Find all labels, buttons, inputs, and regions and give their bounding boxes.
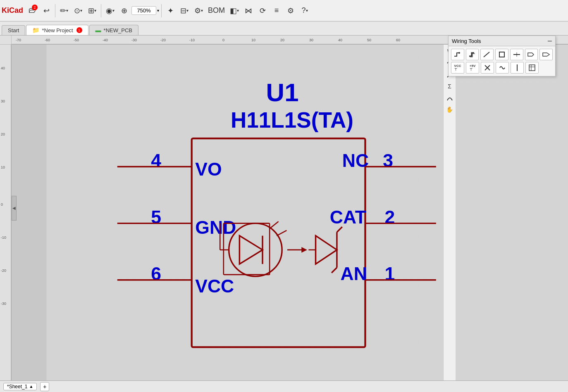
sidebar-collapse-handle[interactable]: ◀ — [12, 196, 17, 221]
star-button[interactable]: ✦ — [164, 3, 177, 18]
tab-start[interactable]: Start — [2, 25, 25, 35]
bus-btn[interactable] — [466, 49, 479, 60]
glob-label-btn[interactable] — [539, 49, 553, 60]
vcc-btn[interactable]: VCC⊤ — [451, 62, 464, 74]
tools-icon: ⚙ — [194, 6, 201, 15]
tab-new-project-label: *New Project — [42, 27, 73, 33]
view-button[interactable]: ◉ ▾ — [103, 3, 117, 18]
draw-sigma-btn[interactable]: Σ — [444, 81, 455, 92]
star-icon: ✦ — [167, 6, 174, 15]
collapse-arrow: ◀ — [12, 206, 16, 210]
pin-1-name: AN — [341, 264, 367, 284]
share-button[interactable]: ⋈ — [242, 3, 255, 18]
sheet-btn[interactable] — [525, 62, 539, 74]
export-dropdown-arrow: ▾ — [237, 8, 239, 13]
net-label-btn[interactable] — [525, 49, 538, 60]
svg-text:-30: -30 — [131, 38, 137, 42]
wiring-tools-header: Wiring Tools ─ — [449, 36, 555, 46]
svg-rect-26 — [46, 45, 568, 380]
help-dropdown-arrow: ▾ — [306, 8, 308, 13]
zoom-dropdown[interactable]: ▾ — [157, 8, 159, 13]
separator-3 — [161, 4, 162, 17]
add-sheet-icon: + — [43, 383, 46, 390]
grid-icon: ⊟ — [180, 6, 186, 15]
sheet-dropdown-icon: ▲ — [29, 384, 33, 389]
history-icon: ⟳ — [260, 6, 266, 15]
line-btn[interactable] — [480, 49, 494, 60]
pin-6-name: VCC — [195, 276, 234, 296]
wiring-tools-title: Wiring Tools — [452, 38, 481, 44]
vcc5-label: +5V⊤ — [470, 64, 475, 71]
wiring-tools-panel: Wiring Tools ─ — [448, 36, 556, 76]
ruler-corner — [0, 36, 12, 45]
file-button[interactable]: 🗁 2 — [26, 3, 39, 18]
svg-text:-60: -60 — [45, 38, 50, 42]
history-button[interactable]: ⟳ — [256, 3, 269, 18]
minimize-icon[interactable]: ─ — [548, 38, 552, 44]
zoom-in-button[interactable]: ⊕ — [117, 3, 131, 18]
svg-line-28 — [484, 52, 489, 57]
app-logo: KiCad — [2, 6, 23, 15]
no-connect-h-btn[interactable] — [510, 49, 523, 60]
vcc-label: VCC⊤ — [454, 64, 461, 71]
vcc5-btn[interactable]: +5V⊤ — [466, 62, 479, 74]
draw-hand-btn[interactable]: ✋ — [444, 104, 455, 115]
separator-2 — [101, 4, 101, 17]
svg-point-27 — [458, 52, 460, 54]
cross-btn[interactable] — [481, 62, 494, 74]
svg-text:40: 40 — [1, 66, 5, 70]
tab-badge: 1 — [76, 27, 82, 33]
sheet-tab[interactable]: *Sheet_1 ▲ — [3, 383, 37, 390]
draw-dropdown-arrow: ▾ — [66, 8, 68, 13]
grid-button[interactable]: ⊟ ▾ — [178, 3, 191, 18]
draw-button[interactable]: ✏ ▾ — [57, 3, 71, 18]
settings-button[interactable]: ⚙ — [284, 3, 297, 18]
svg-text:30: 30 — [309, 38, 313, 42]
tools-button[interactable]: ⚙ ▾ — [192, 3, 205, 18]
wiring-tools-row2: VCC⊤ +5V⊤ — [451, 62, 553, 74]
undo-button[interactable]: ↩ — [40, 3, 53, 18]
pin-3-name: NC — [342, 150, 369, 171]
layers-button[interactable]: ≡ — [270, 3, 283, 18]
align-button[interactable]: ⊞ ▾ — [86, 3, 99, 18]
sigma-icon: Σ — [448, 83, 451, 90]
spice-btn[interactable] — [496, 62, 509, 74]
bom-button[interactable]: BOM — [206, 3, 227, 18]
svg-text:0: 0 — [222, 38, 224, 42]
zoom-level-display[interactable]: 750% — [131, 6, 156, 15]
netflag-btn[interactable] — [511, 62, 524, 74]
pin-5-name: GND — [195, 217, 236, 238]
draw-arc-btn[interactable] — [444, 93, 455, 103]
export-button[interactable]: ◧ ▾ — [228, 3, 241, 18]
svg-text:-30: -30 — [1, 302, 6, 306]
place-button[interactable]: ⊙ ▾ — [72, 3, 85, 18]
tab-new-pcb-icon: ▬ — [95, 27, 101, 33]
ruler-vertical: 40 30 20 10 0 -10 -20 -30 — [0, 45, 12, 380]
bom-label: BOM — [208, 6, 225, 15]
pencil-icon: ✏ — [60, 6, 66, 15]
tab-new-pcb-label: *NEW_PCB — [104, 27, 132, 33]
svg-text:-20: -20 — [160, 38, 166, 42]
sheet-name: *Sheet_1 — [7, 384, 27, 390]
svg-text:-20: -20 — [1, 268, 6, 273]
svg-text:40: 40 — [338, 38, 342, 42]
align-icon: ⊞ — [88, 6, 94, 15]
svg-rect-39 — [529, 65, 535, 71]
junction-btn[interactable] — [495, 49, 508, 60]
svg-text:30: 30 — [1, 99, 5, 103]
settings-icon: ⚙ — [287, 6, 294, 15]
wire-btn[interactable] — [451, 49, 464, 60]
zoom-in-icon: ⊕ — [121, 6, 127, 15]
tab-new-project[interactable]: 📁 *New Project 1 — [26, 25, 88, 35]
svg-text:-50: -50 — [74, 38, 79, 42]
tab-new-project-icon: 📁 — [32, 27, 39, 33]
undo-icon: ↩ — [43, 6, 50, 15]
help-button[interactable]: ? ▾ — [298, 3, 311, 18]
component-ref: U1 — [266, 78, 299, 107]
svg-text:-40: -40 — [103, 38, 108, 42]
svg-text:60: 60 — [396, 38, 400, 42]
schematic-canvas-wrap[interactable]: U1 H11L1S(TA) 4 VO 5 GND 6 VCC NC 3 CAT … — [0, 36, 568, 380]
pin-icon: ⊙ — [74, 6, 80, 15]
tab-new-pcb[interactable]: ▬ *NEW_PCB — [89, 25, 138, 35]
add-sheet-button[interactable]: + — [40, 382, 49, 391]
